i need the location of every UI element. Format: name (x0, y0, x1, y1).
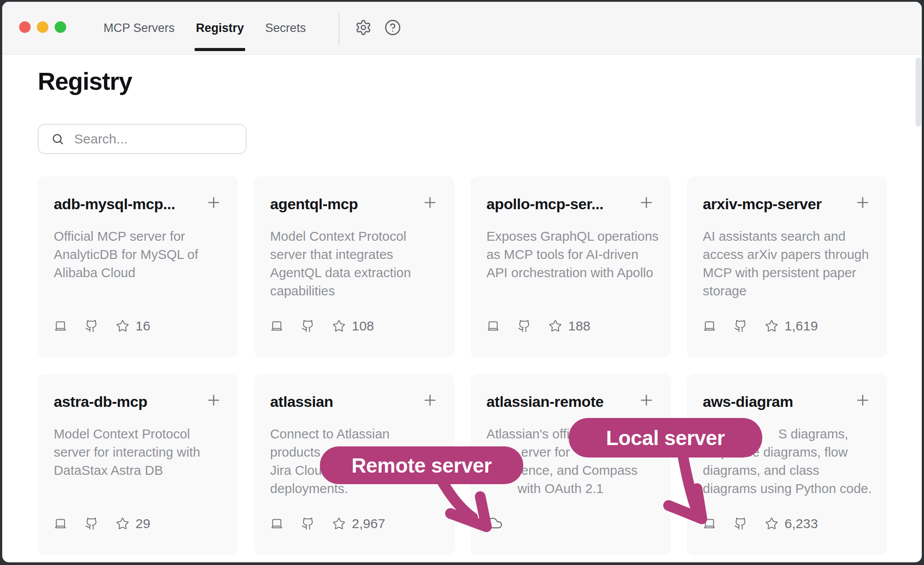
plus-icon (422, 194, 438, 211)
server-name: atlassian-remote (486, 392, 604, 411)
description-line: erver for (521, 443, 655, 461)
description-line: as MCP tools for AI-driven (486, 245, 655, 263)
search-input[interactable] (74, 131, 246, 147)
server-description: Model Context Protocol server for intera… (54, 425, 222, 479)
description-line: Connect to Atlassian (270, 425, 438, 443)
help-button[interactable] (384, 19, 401, 36)
github-icon (734, 319, 747, 333)
card-footer: 188 (486, 318, 590, 334)
plus-icon (638, 392, 655, 409)
server-name: apollo-mcp-ser... (486, 194, 603, 214)
description-line: deployments. (270, 479, 438, 497)
scrollbar-thumb[interactable] (916, 58, 921, 127)
star-count: 6,233 (785, 516, 818, 531)
zoom-button[interactable] (55, 21, 66, 33)
server-card-atlassian[interactable]: atlassian Connect to Atlassian products … (254, 374, 454, 555)
star-count: 108 (352, 318, 374, 334)
add-server-button[interactable] (854, 194, 871, 211)
server-description: Connect to Atlassian products Jira Clou … (270, 425, 438, 497)
add-server-button[interactable] (638, 392, 655, 409)
plus-icon (854, 194, 871, 211)
github-icon (85, 319, 98, 333)
description-line: server that integrates (270, 245, 438, 263)
github-icon (301, 319, 315, 333)
laptop-icon (54, 517, 67, 530)
server-card-adb-mysql[interactable]: adb-mysql-mcp... Official MCP server for… (38, 176, 238, 358)
tab-mcp-servers[interactable]: MCP Servers (104, 21, 175, 35)
add-server-button[interactable] (205, 194, 222, 211)
description-line: ence, and Compass (521, 461, 655, 479)
description-line: DataStax Astra DB (54, 461, 222, 479)
card-footer: 108 (270, 318, 374, 334)
gear-icon (355, 19, 372, 36)
server-grid: adb-mysql-mcp... Official MCP server for… (38, 176, 922, 555)
github-icon (301, 517, 315, 530)
description-line: Official MCP server for (54, 227, 222, 245)
help-icon (384, 19, 401, 36)
star-count: 16 (135, 318, 150, 334)
minimize-button[interactable] (37, 21, 48, 33)
description-line: Model Context Protocol (270, 227, 438, 245)
tab-registry[interactable]: Registry (196, 21, 244, 35)
add-server-button[interactable] (638, 194, 655, 211)
plus-icon (422, 392, 438, 409)
card-footer: 2,967 (270, 516, 385, 531)
description-line: Jira Clou (270, 461, 438, 479)
server-description: Model Context Protocol server that integ… (270, 227, 438, 300)
plus-icon (205, 194, 222, 211)
description-line: AgentQL data extraction (270, 263, 438, 282)
add-server-button[interactable] (422, 392, 438, 409)
star-icon (765, 517, 778, 530)
server-card-aws-diagram[interactable]: aws-diagram S diagrams, sequence diagram… (687, 374, 887, 555)
laptop-icon (54, 319, 67, 333)
server-card-apollo[interactable]: apollo-mcp-ser... Exposes GraphQL operat… (470, 176, 671, 358)
card-footer (486, 515, 503, 531)
github-icon (85, 517, 98, 530)
star-icon (116, 319, 129, 333)
description-line: MCP with persistent paper (703, 263, 871, 282)
laptop-icon (703, 517, 716, 530)
server-description: Official MCP server for AnalyticDB for M… (54, 227, 222, 282)
description-line: Model Context Protocol (54, 425, 222, 443)
server-card-agentql[interactable]: agentql-mcp Model Context Protocol serve… (254, 176, 454, 358)
cloud-icon (486, 515, 503, 531)
add-server-button[interactable] (854, 392, 871, 409)
tab-bar: MCP Servers Registry Secrets (104, 2, 306, 55)
star-icon (332, 517, 346, 530)
star-icon (765, 319, 778, 333)
card-footer: 6,233 (703, 516, 818, 531)
server-name: aws-diagram (703, 392, 793, 411)
server-card-arxiv[interactable]: arxiv-mcp-server AI assistants search an… (687, 176, 887, 358)
plus-icon (638, 194, 655, 211)
server-card-astra-db[interactable]: astra-db-mcp Model Context Protocol serv… (38, 374, 238, 555)
description-line: diagrams using Python code. (703, 479, 871, 497)
server-card-atlassian-remote[interactable]: atlassian-remote Atlassian's offi erver … (470, 374, 671, 555)
main-content: Registry adb-mysql-mcp... Official MCP s… (2, 67, 922, 555)
page-title: Registry (38, 67, 922, 95)
server-name: astra-db-mcp (54, 392, 147, 411)
add-server-button[interactable] (422, 194, 438, 211)
laptop-icon (270, 517, 283, 530)
laptop-icon (703, 319, 716, 333)
search-box (38, 124, 247, 154)
card-footer: 16 (54, 318, 150, 334)
window-controls (19, 21, 66, 33)
tab-secrets[interactable]: Secrets (265, 21, 306, 35)
app-window: MCP Servers Registry Secrets Registry ad… (2, 2, 922, 562)
description-line: Exposes GraphQL operations (486, 227, 655, 245)
star-count: 2,967 (352, 516, 385, 531)
close-button[interactable] (19, 21, 31, 33)
description-line: AI assistants search and (703, 227, 871, 245)
description-line: storage (703, 282, 871, 300)
server-description: AI assistants search and access arXiv pa… (703, 227, 871, 300)
description-line: access arXiv papers through (703, 245, 871, 263)
add-server-button[interactable] (205, 392, 222, 409)
description-line: server for interacting with (54, 443, 222, 461)
description-line: with OAuth 2.1 (518, 479, 655, 497)
titlebar-divider (339, 12, 339, 45)
settings-button[interactable] (355, 19, 372, 36)
description-line: diagrams, and class (703, 461, 871, 479)
server-description: S diagrams, sequence diagrams, flow diag… (703, 425, 871, 497)
laptop-icon (486, 319, 500, 333)
description-line: API orchestration with Apollo (486, 263, 655, 282)
